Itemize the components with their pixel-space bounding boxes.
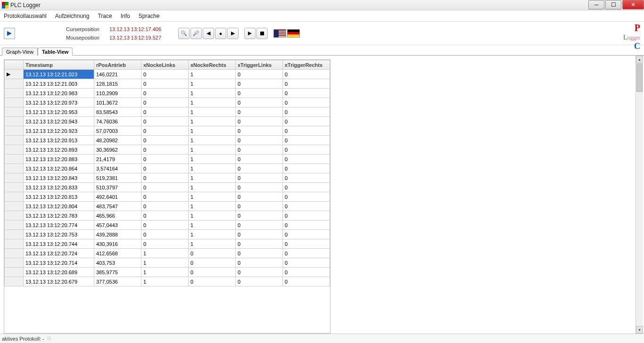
- cell[interactable]: 0: [236, 202, 283, 211]
- table-row[interactable]: 13.12.13 13:12:20.724412,65681000: [5, 249, 330, 258]
- cell[interactable]: 0: [283, 173, 330, 183]
- cell[interactable]: 0: [283, 220, 330, 230]
- cell[interactable]: 0: [236, 145, 283, 155]
- cell[interactable]: 0: [283, 145, 330, 155]
- cell[interactable]: 0: [189, 277, 236, 286]
- col-timestamp[interactable]: Timestamp: [24, 60, 94, 70]
- cell[interactable]: 1: [189, 183, 236, 192]
- cell[interactable]: 0: [141, 164, 189, 173]
- cell[interactable]: 13.12.13 13:12:21.023: [24, 70, 94, 79]
- cell[interactable]: 1: [189, 107, 236, 117]
- cell[interactable]: 13.12.13 13:12:20.813: [24, 192, 94, 202]
- stop-icon[interactable]: [256, 28, 268, 39]
- cell[interactable]: 0: [236, 258, 283, 268]
- cell[interactable]: 0: [283, 192, 330, 202]
- flag-us-icon[interactable]: [273, 29, 286, 38]
- globe-right-icon[interactable]: ▶: [227, 28, 239, 39]
- table-row[interactable]: 13.12.13 13:12:20.94374,760360100: [5, 117, 330, 126]
- row-indicator[interactable]: [5, 239, 24, 249]
- data-grid[interactable]: Timestamp rPosAntrieb xNockeLinks xNocke…: [4, 59, 330, 334]
- cell[interactable]: 13.12.13 13:12:20.923: [24, 126, 94, 136]
- table-row[interactable]: ▶13.12.13 13:12:21.023146,02210100: [5, 70, 330, 79]
- col-xnockerechts[interactable]: xNockeRechts: [189, 60, 236, 70]
- table-row[interactable]: 13.12.13 13:12:20.8643,5741640100: [5, 164, 330, 173]
- cell[interactable]: 13.12.13 13:12:20.833: [24, 183, 94, 192]
- row-indicator[interactable]: ▶: [5, 70, 24, 79]
- cell[interactable]: 101,3672: [94, 98, 141, 107]
- table-row[interactable]: 13.12.13 13:12:20.774457,04430100: [5, 220, 330, 230]
- cell[interactable]: 13.12.13 13:12:20.843: [24, 173, 94, 183]
- table-row[interactable]: 13.12.13 13:12:20.783465,9660100: [5, 211, 330, 220]
- row-indicator[interactable]: [5, 173, 24, 183]
- cell[interactable]: 0: [236, 79, 283, 89]
- cell[interactable]: 1: [189, 89, 236, 98]
- cell[interactable]: 1: [189, 239, 236, 249]
- cell[interactable]: 1: [189, 117, 236, 126]
- table-row[interactable]: 13.12.13 13:12:21.003128,18150100: [5, 79, 330, 89]
- row-indicator[interactable]: [5, 98, 24, 107]
- cell[interactable]: 519,2381: [94, 173, 141, 183]
- cell[interactable]: 13.12.13 13:12:21.003: [24, 79, 94, 89]
- row-indicator[interactable]: [5, 192, 24, 202]
- scroll-up-icon[interactable]: ▲: [636, 56, 643, 63]
- cell[interactable]: 0: [141, 145, 189, 155]
- cell[interactable]: 0: [283, 89, 330, 98]
- row-indicator[interactable]: [5, 249, 24, 258]
- scroll-down-icon[interactable]: ▼: [636, 326, 643, 334]
- row-indicator[interactable]: [5, 126, 24, 136]
- cell[interactable]: 0: [141, 211, 189, 220]
- play-icon[interactable]: [244, 28, 256, 39]
- cell[interactable]: 0: [141, 117, 189, 126]
- row-indicator[interactable]: [5, 155, 24, 164]
- cell[interactable]: 0: [141, 230, 189, 239]
- row-indicator[interactable]: [5, 164, 24, 173]
- cell[interactable]: 74,76036: [94, 117, 141, 126]
- cell[interactable]: 0: [283, 230, 330, 239]
- cell[interactable]: 1: [189, 192, 236, 202]
- cell[interactable]: 0: [283, 136, 330, 145]
- cell[interactable]: 412,6568: [94, 249, 141, 258]
- minimize-button[interactable]: ─: [588, 0, 604, 9]
- cell[interactable]: 0: [141, 192, 189, 202]
- cell[interactable]: 1: [141, 277, 189, 286]
- cell[interactable]: 0: [283, 79, 330, 89]
- close-button[interactable]: ✕: [622, 0, 644, 9]
- cell[interactable]: 0: [236, 164, 283, 173]
- row-indicator[interactable]: [5, 268, 24, 277]
- cell[interactable]: 0: [236, 70, 283, 79]
- table-row[interactable]: 13.12.13 13:12:20.833510,37970100: [5, 183, 330, 192]
- play-button[interactable]: [4, 28, 15, 39]
- cell[interactable]: 13.12.13 13:12:20.864: [24, 164, 94, 173]
- row-indicator[interactable]: [5, 202, 24, 211]
- col-xtriggerlinks[interactable]: xTriggerLinks: [236, 60, 283, 70]
- row-indicator[interactable]: [5, 211, 24, 220]
- row-indicator[interactable]: [5, 89, 24, 98]
- zoom-in-icon[interactable]: 🔍: [178, 28, 190, 39]
- cell[interactable]: 0: [141, 202, 189, 211]
- globe-center-icon[interactable]: ●: [215, 28, 226, 39]
- row-indicator[interactable]: [5, 107, 24, 117]
- cell[interactable]: 3,574164: [94, 164, 141, 173]
- cell[interactable]: 1: [189, 98, 236, 107]
- cell[interactable]: 13.12.13 13:12:20.783: [24, 211, 94, 220]
- cell[interactable]: 0: [283, 268, 330, 277]
- cell[interactable]: 385,9775: [94, 268, 141, 277]
- scroll-thumb[interactable]: [636, 64, 643, 92]
- cell[interactable]: 83,58543: [94, 107, 141, 117]
- menu-trace[interactable]: Trace: [98, 13, 112, 19]
- cell[interactable]: 0: [283, 249, 330, 258]
- cell[interactable]: 0: [283, 126, 330, 136]
- cell[interactable]: 0: [141, 136, 189, 145]
- menu-sprache[interactable]: Sprache: [139, 13, 160, 19]
- cell[interactable]: 13.12.13 13:12:20.913: [24, 136, 94, 145]
- cell[interactable]: 0: [236, 183, 283, 192]
- cell[interactable]: 13.12.13 13:12:20.973: [24, 98, 94, 107]
- cell[interactable]: 13.12.13 13:12:20.679: [24, 277, 94, 286]
- cell[interactable]: 1: [189, 145, 236, 155]
- cell[interactable]: 1: [141, 249, 189, 258]
- cell[interactable]: 1: [189, 126, 236, 136]
- cell[interactable]: 0: [283, 202, 330, 211]
- col-xnockelinks[interactable]: xNockeLinks: [141, 60, 189, 70]
- cell[interactable]: 1: [141, 258, 189, 268]
- table-row[interactable]: 13.12.13 13:12:20.973101,36720100: [5, 98, 330, 107]
